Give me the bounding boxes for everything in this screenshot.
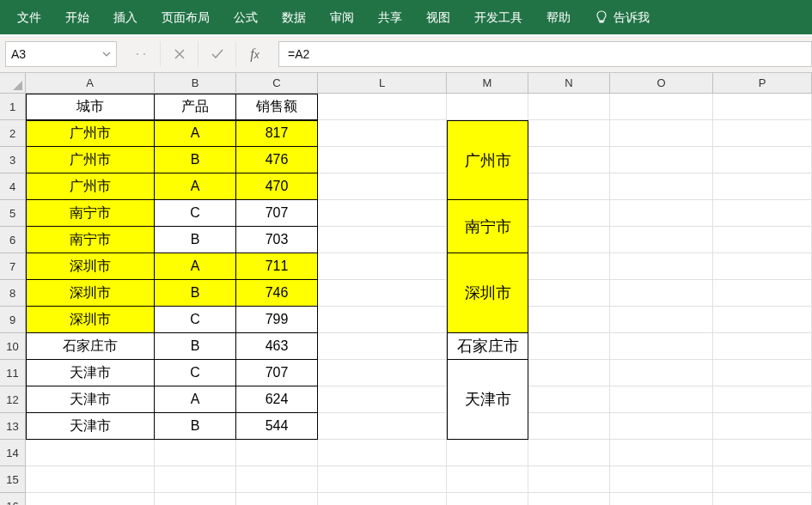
cell-N16[interactable]: [528, 493, 610, 505]
cell-L1[interactable]: [318, 94, 447, 120]
cell-B8[interactable]: B: [155, 280, 236, 307]
cell-O3[interactable]: [610, 147, 713, 173]
row-header-2[interactable]: 2: [0, 120, 26, 147]
cell-N2[interactable]: [528, 120, 610, 147]
cell-O10[interactable]: [610, 333, 713, 360]
col-header-M[interactable]: M: [447, 73, 528, 94]
cell-B7[interactable]: A: [155, 253, 236, 280]
cell-P12[interactable]: [713, 386, 812, 413]
cell-O14[interactable]: [610, 440, 713, 466]
row-header-15[interactable]: 15: [0, 466, 26, 493]
cell-B14[interactable]: [155, 440, 236, 466]
cell-A9[interactable]: 深圳市: [26, 307, 155, 333]
cell-L16[interactable]: [318, 493, 447, 505]
cell-C3[interactable]: 476: [236, 147, 318, 173]
cell-C15[interactable]: [236, 466, 318, 493]
ribbon-tab-10[interactable]: 帮助: [534, 0, 583, 34]
cell-A3[interactable]: 广州市: [26, 147, 155, 173]
merged-cell-M-10-10[interactable]: 石家庄市: [447, 333, 528, 360]
cell-O7[interactable]: [610, 253, 713, 280]
cell-N6[interactable]: [528, 227, 610, 253]
cell-A12[interactable]: 天津市: [26, 386, 155, 413]
cell-O2[interactable]: [610, 120, 713, 147]
row-header-1[interactable]: 1: [0, 94, 26, 120]
cell-B6[interactable]: B: [155, 227, 236, 253]
col-header-B[interactable]: B: [155, 73, 236, 94]
cancel-formula-button[interactable]: [160, 41, 198, 67]
cell-L3[interactable]: [318, 147, 447, 173]
row-header-13[interactable]: 13: [0, 413, 26, 440]
cell-B4[interactable]: A: [155, 173, 236, 200]
cell-C5[interactable]: 707: [236, 200, 318, 227]
cell-B3[interactable]: B: [155, 147, 236, 173]
cell-P6[interactable]: [713, 227, 812, 253]
merged-cell-M-7-9[interactable]: 深圳市: [447, 253, 528, 333]
cell-C2[interactable]: 817: [236, 120, 318, 147]
merged-cell-M-5-6[interactable]: 南宁市: [447, 200, 528, 253]
cell-P7[interactable]: [713, 253, 812, 280]
cell-A5[interactable]: 南宁市: [26, 200, 155, 227]
cell-P15[interactable]: [713, 466, 812, 493]
col-header-A[interactable]: A: [26, 73, 155, 94]
cell-P3[interactable]: [713, 147, 812, 173]
row-header-8[interactable]: 8: [0, 280, 26, 307]
col-header-P[interactable]: P: [713, 73, 812, 94]
row-header-5[interactable]: 5: [0, 200, 26, 227]
cell-O8[interactable]: [610, 280, 713, 307]
cell-C12[interactable]: 624: [236, 386, 318, 413]
cell-P13[interactable]: [713, 413, 812, 440]
cell-B10[interactable]: B: [155, 333, 236, 360]
ribbon-tab-5[interactable]: 数据: [270, 0, 318, 34]
cell-C10[interactable]: 463: [236, 333, 318, 360]
cell-P14[interactable]: [713, 440, 812, 466]
cell-A4[interactable]: 广州市: [26, 173, 155, 200]
cell-A11[interactable]: 天津市: [26, 360, 155, 386]
row-header-11[interactable]: 11: [0, 360, 26, 386]
cell-N9[interactable]: [528, 307, 610, 333]
cell-A8[interactable]: 深圳市: [26, 280, 155, 307]
cell-P16[interactable]: [713, 493, 812, 505]
cell-L5[interactable]: [318, 200, 447, 227]
cell-C8[interactable]: 746: [236, 280, 318, 307]
cell-N13[interactable]: [528, 413, 610, 440]
confirm-formula-button[interactable]: [198, 41, 235, 67]
cell-L4[interactable]: [318, 173, 447, 200]
col-header-N[interactable]: N: [528, 73, 610, 94]
cell-P8[interactable]: [713, 280, 812, 307]
spreadsheet-grid[interactable]: ABCLMNOP 12345678910111213141516 城市产品销售额…: [0, 73, 812, 505]
row-header-4[interactable]: 4: [0, 173, 26, 200]
cell-B12[interactable]: A: [155, 386, 236, 413]
cell-L10[interactable]: [318, 333, 447, 360]
cell-A10[interactable]: 石家庄市: [26, 333, 155, 360]
merged-cell-M-11-13[interactable]: 天津市: [447, 360, 528, 440]
cell-O4[interactable]: [610, 173, 713, 200]
name-box[interactable]: A3: [5, 41, 117, 67]
select-all-button[interactable]: [0, 73, 26, 94]
row-header-6[interactable]: 6: [0, 227, 26, 253]
cell-L11[interactable]: [318, 360, 447, 386]
col-header-C[interactable]: C: [236, 73, 318, 94]
cell-O6[interactable]: [610, 227, 713, 253]
cell-O15[interactable]: [610, 466, 713, 493]
cell-C4[interactable]: 470: [236, 173, 318, 200]
cell-A6[interactable]: 南宁市: [26, 227, 155, 253]
cell-N11[interactable]: [528, 360, 610, 386]
cell-L7[interactable]: [318, 253, 447, 280]
cell-N8[interactable]: [528, 280, 610, 307]
row-header-16[interactable]: 16: [0, 493, 26, 505]
cell-O13[interactable]: [610, 413, 713, 440]
cell-C1[interactable]: 销售额: [236, 94, 318, 120]
row-header-7[interactable]: 7: [0, 253, 26, 280]
cell-N14[interactable]: [528, 440, 610, 466]
cell-P10[interactable]: [713, 333, 812, 360]
ribbon-tab-3[interactable]: 页面布局: [150, 0, 222, 34]
cell-O5[interactable]: [610, 200, 713, 227]
cell-N15[interactable]: [528, 466, 610, 493]
merged-cell-M-2-4[interactable]: 广州市: [447, 120, 528, 200]
cell-B11[interactable]: C: [155, 360, 236, 386]
cell-N12[interactable]: [528, 386, 610, 413]
cell-P2[interactable]: [713, 120, 812, 147]
cell-C13[interactable]: 544: [236, 413, 318, 440]
cell-O11[interactable]: [610, 360, 713, 386]
cell-C9[interactable]: 799: [236, 307, 318, 333]
